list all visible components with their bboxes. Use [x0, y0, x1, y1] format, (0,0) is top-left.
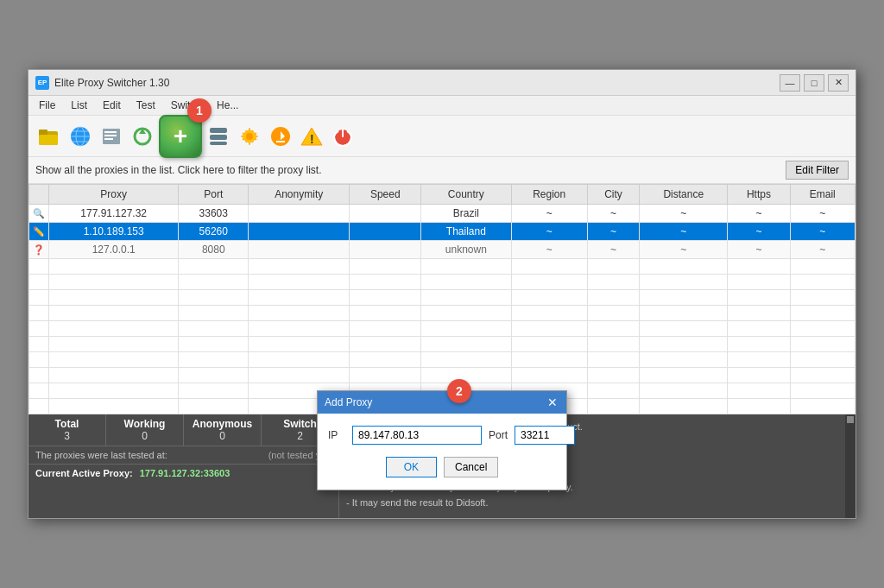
modal-ip-input[interactable]	[352, 426, 482, 445]
modal-title-bar: Add Proxy ✕	[318, 391, 566, 414]
cell-https: ~	[728, 241, 790, 259]
table-row[interactable]: 🔍177.91.127.3233603Brazil~~~~~	[29, 205, 856, 223]
stat-col-anonymous: Anonymous0	[184, 414, 262, 446]
cell-city: ~	[587, 205, 639, 223]
cell-distance: ~	[640, 223, 728, 241]
status-stats: Total3Working0Anonymous0Switch2	[28, 414, 338, 446]
col-proxy[interactable]: Proxy	[49, 185, 179, 205]
svg-rect-25	[342, 129, 344, 137]
svg-rect-1	[39, 135, 58, 145]
row-icon: ✏️	[29, 223, 49, 241]
modal-body: IP Port OK Cancel	[318, 414, 566, 490]
col-region[interactable]: Region	[511, 185, 587, 205]
table-row-empty	[29, 368, 856, 383]
cell-email: ~	[790, 205, 855, 223]
cell-https: ~	[728, 223, 790, 241]
svg-rect-10	[104, 135, 117, 136]
cell-proxy: 177.91.127.32	[49, 205, 179, 223]
cell-proxy: 1.10.189.153	[49, 223, 179, 241]
col-anonymity[interactable]: Anonymity	[249, 185, 350, 205]
col-icon	[29, 185, 49, 205]
svg-rect-11	[104, 138, 113, 140]
table-row-empty	[29, 306, 856, 321]
modal-title: Add Proxy	[325, 396, 372, 408]
modal-buttons: OK Cancel	[328, 457, 556, 477]
download-button[interactable]	[265, 121, 296, 152]
menu-file[interactable]: File	[32, 98, 62, 113]
list-button[interactable]	[96, 121, 127, 152]
col-email[interactable]: Email	[790, 185, 855, 205]
filter-text: Show all the proxies in the list. Click …	[35, 164, 321, 176]
cell-speed	[350, 223, 421, 241]
col-speed[interactable]: Speed	[350, 185, 421, 205]
menu-edit[interactable]: Edit	[96, 98, 128, 113]
tested-label: The proxies were last tested at:	[35, 450, 167, 460]
modal-port-label: Port	[489, 429, 508, 441]
table-row[interactable]: ✏️1.10.189.15356260Thailand~~~~~	[29, 223, 856, 241]
settings-button[interactable]	[234, 121, 265, 152]
window-controls: — □ ✕	[780, 74, 849, 92]
status-active: Current Active Proxy: 177.91.127.32:3360…	[28, 465, 338, 482]
power-button[interactable]	[327, 121, 358, 152]
globe-button[interactable]	[65, 121, 96, 152]
status-scrollbar[interactable]	[845, 414, 856, 518]
cell-speed	[350, 241, 421, 259]
menu-test[interactable]: Test	[129, 98, 162, 113]
cell-country: unknown	[421, 241, 511, 259]
status-tested: The proxies were last tested at: (not te…	[28, 446, 338, 465]
table-row-empty	[29, 321, 856, 337]
cell-country: Brazil	[421, 205, 511, 223]
warning-button[interactable]: !	[296, 121, 327, 152]
maximize-button[interactable]: □	[804, 74, 824, 92]
modal-close-button[interactable]: ✕	[546, 395, 559, 409]
server-list-button[interactable]	[203, 121, 234, 152]
stat-col-working: Working0	[106, 414, 184, 446]
toolbar: + 1 !	[28, 116, 856, 157]
svg-point-18	[246, 133, 253, 140]
badge-1: 1	[187, 98, 212, 123]
close-button[interactable]: ✕	[828, 74, 849, 92]
menu-help[interactable]: He...	[210, 98, 245, 113]
cell-port: 56260	[179, 223, 249, 241]
cell-email: ~	[790, 241, 855, 259]
cell-anonymity	[249, 241, 350, 259]
svg-rect-14	[210, 128, 227, 133]
stat-col-total: Total3	[28, 414, 106, 446]
table-row-empty	[29, 352, 856, 368]
modal-ok-button[interactable]: OK	[386, 457, 437, 477]
modal-cancel-button[interactable]: Cancel	[444, 457, 498, 477]
col-city[interactable]: City	[587, 185, 639, 205]
row-icon: ❓	[29, 241, 49, 259]
edit-filter-button[interactable]: Edit Filter	[786, 161, 849, 180]
title-bar: EP Elite Proxy Switcher 1.30 — □ ✕	[28, 70, 856, 96]
table-row-empty	[29, 275, 856, 290]
svg-rect-15	[210, 135, 227, 140]
active-value: 177.91.127.32:33603	[140, 468, 230, 478]
status-left: Total3Working0Anonymous0Switch2 The prox…	[28, 414, 339, 518]
svg-rect-9	[104, 131, 117, 133]
col-port[interactable]: Port	[179, 185, 249, 205]
modal-port-input[interactable]	[515, 426, 575, 445]
cell-anonymity	[249, 223, 350, 241]
svg-rect-16	[210, 142, 227, 145]
app-icon: EP	[35, 76, 49, 90]
menu-list[interactable]: List	[64, 98, 94, 113]
svg-text:!: !	[310, 132, 314, 146]
cell-port: 33603	[179, 205, 249, 223]
table-row[interactable]: ❓127.0.0.18080unknown~~~~~	[29, 241, 856, 259]
open-button[interactable]	[34, 121, 65, 152]
window-title: Elite Proxy Switcher 1.30	[54, 77, 780, 89]
cell-region: ~	[511, 223, 587, 241]
cell-speed	[350, 205, 421, 223]
modal-ip-label: IP	[328, 429, 345, 441]
col-distance[interactable]: Distance	[640, 185, 728, 205]
cell-email: ~	[790, 223, 855, 241]
refresh-button[interactable]	[127, 121, 158, 152]
cell-port: 8080	[179, 241, 249, 259]
col-https[interactable]: Https	[728, 185, 790, 205]
cell-country: Thailand	[421, 223, 511, 241]
minimize-button[interactable]: —	[780, 74, 800, 92]
filter-bar: Show all the proxies in the list. Click …	[28, 157, 856, 184]
col-country[interactable]: Country	[421, 185, 511, 205]
table-row-empty	[29, 290, 856, 306]
